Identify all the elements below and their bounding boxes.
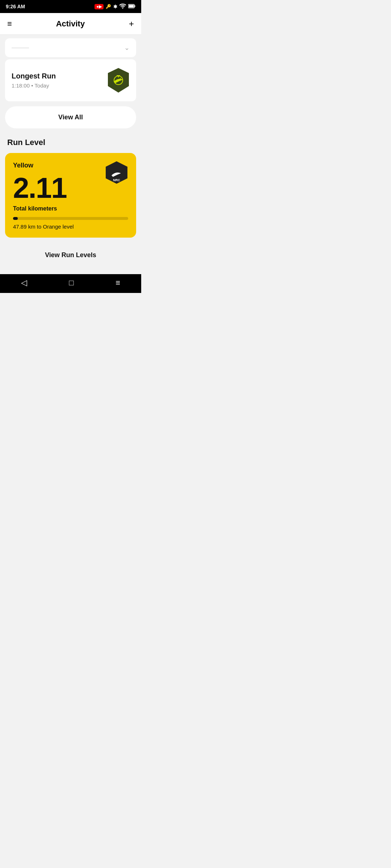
achievement-subtitle: 1:18:00 • Today: [12, 82, 107, 89]
battery-icon: [128, 4, 135, 9]
run-level-heading: Run Level: [0, 136, 141, 153]
run-level-card: NRC Yellow 2.11 Total kilometers 47.89 k…: [5, 153, 136, 238]
status-time: 9:26 AM: [6, 4, 25, 9]
svg-rect-1: [135, 5, 135, 7]
wifi-icon: [119, 4, 126, 10]
video-record-icon: ●▶: [94, 4, 104, 9]
svg-text:NRC: NRC: [113, 178, 120, 182]
achievement-card: Longest Run 1:18:00 • Today: [5, 59, 136, 101]
status-icons: ●▶ 🔑 ✱: [94, 4, 135, 10]
view-run-levels-button[interactable]: View Run Levels: [5, 243, 136, 267]
key-icon: 🔑: [106, 4, 111, 9]
add-icon[interactable]: +: [129, 19, 134, 29]
page-title: Activity: [56, 19, 85, 29]
svg-point-8: [118, 80, 119, 81]
nav-menu-button[interactable]: ≡: [108, 277, 127, 289]
view-all-button[interactable]: View All: [5, 106, 136, 128]
achievement-info: Longest Run 1:18:00 • Today: [12, 72, 107, 89]
partial-card: ——— ⌄: [5, 38, 136, 57]
partial-card-text: ———: [12, 44, 29, 51]
chevron-down-icon: ⌄: [124, 44, 130, 52]
nrc-badge: NRC: [104, 160, 129, 185]
nike-timer-badge: [107, 67, 130, 93]
status-bar: 9:26 AM ●▶ 🔑 ✱: [0, 0, 141, 13]
run-level-progress-bar: [13, 217, 128, 220]
run-level-next-text: 47.89 km to Orange level: [13, 224, 128, 230]
run-level-progress-fill: [13, 217, 18, 220]
bottom-nav: ◁ □ ≡: [0, 274, 141, 293]
achievement-title: Longest Run: [12, 72, 107, 80]
top-nav: ≡ Activity +: [0, 13, 141, 35]
menu-icon[interactable]: ≡: [7, 19, 12, 29]
svg-rect-2: [129, 5, 134, 7]
back-button[interactable]: ◁: [14, 277, 34, 289]
home-button[interactable]: □: [62, 277, 81, 289]
bluetooth-icon: ✱: [113, 4, 117, 9]
run-level-unit: Total kilometers: [13, 205, 128, 212]
scroll-content: ——— ⌄ Longest Run 1:18:00 • Today Vi: [0, 38, 141, 267]
